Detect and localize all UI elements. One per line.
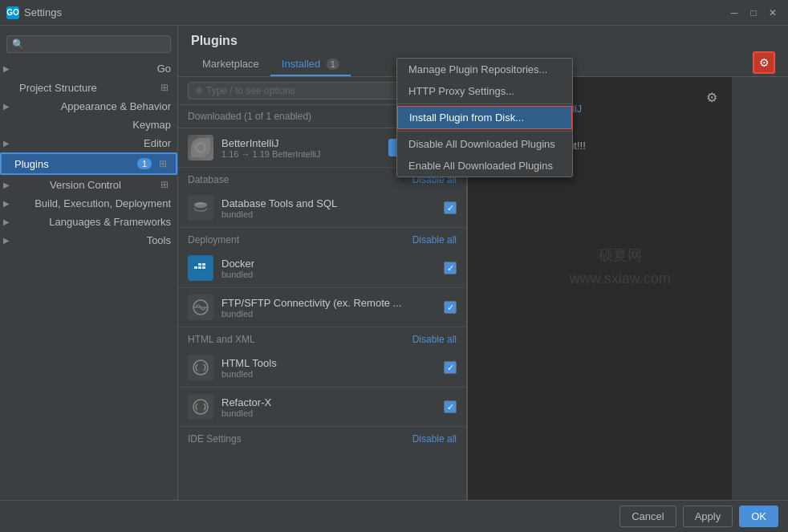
dropdown-divider-2 (397, 131, 572, 132)
tab-installed[interactable]: Installed 1 (270, 53, 351, 76)
sidebar-search[interactable]: 🔍 (6, 35, 171, 53)
search-icon-small: ⊕ (195, 85, 203, 96)
sidebar-item-tools[interactable]: ▶ Tools (0, 231, 177, 250)
sidebar-item-editor[interactable]: ▶ Editor (0, 134, 177, 152)
database-icon (188, 195, 213, 221)
ftp-icon (188, 294, 213, 320)
sidebar-item-build[interactable]: ▶ Build, Execution, Deployment (0, 194, 177, 213)
sidebar-item-right: ⊞ (158, 81, 171, 94)
sidebar: 🔍 ▶ Go Project Structure ⊞ ▶ Appearance … (0, 26, 178, 500)
search-placeholder-text: Type / to see options (206, 85, 295, 96)
expand-arrow-appearance: ▶ (3, 102, 10, 111)
app-icon: GO (6, 6, 19, 19)
expand-arrow-vc: ▶ (3, 181, 10, 189)
tab-marketplace[interactable]: Marketplace (191, 53, 270, 76)
plugin-item-database[interactable]: Database Tools and SQL bundled ✓ (178, 189, 466, 228)
apply-button[interactable]: Apply (683, 506, 733, 527)
expand-arrow-languages: ▶ (3, 217, 10, 226)
search-icon: 🔍 (12, 39, 24, 50)
disable-all-html[interactable]: Disable all (412, 334, 457, 345)
svg-rect-2 (194, 266, 197, 269)
right-gear-button[interactable]: ⚙ (701, 87, 722, 108)
deployment-label: Deployment (188, 234, 239, 246)
dropdown-item-install-disk[interactable]: Install Plugin from Disk... (397, 106, 572, 129)
plugin-sub-html-tools: bundled (221, 369, 436, 379)
plugin-name-html-tools: HTML Tools (221, 357, 436, 369)
plugin-info-html-tools: HTML Tools bundled (221, 357, 436, 379)
dropdown-item-manage-repos[interactable]: Manage Plugin Repositories... (397, 59, 572, 80)
sidebar-label-languages: Languages & Frameworks (49, 216, 171, 228)
sidebar-label-project-structure: Project Structure (19, 82, 97, 94)
plugin-info-ftp: FTP/SFTP Connectivity (ex. Remote ... bu… (221, 297, 436, 319)
project-structure-icon: ⊞ (158, 81, 171, 94)
dropdown-item-http-proxy[interactable]: HTTP Proxy Settings... (397, 80, 572, 102)
ide-label: IDE Settings (188, 433, 242, 445)
vc-right: ⊞ (158, 178, 171, 191)
main-container: 🔍 ▶ Go Project Structure ⊞ ▶ Appearance … (0, 26, 788, 500)
ok-button[interactable]: OK (739, 506, 778, 527)
sidebar-item-languages[interactable]: ▶ Languages & Frameworks (0, 213, 177, 231)
maximize-button[interactable]: □ (745, 4, 762, 22)
plugin-item-refactor-x[interactable]: Refactor-X bundled ✓ (178, 388, 466, 427)
plugin-sub-ftp: bundled (221, 309, 436, 319)
plugin-name-ftp: FTP/SFTP Connectivity (ex. Remote ... (221, 297, 436, 309)
disable-all-ide[interactable]: Disable all (412, 433, 457, 445)
plugin-sub-refactor-x: bundled (221, 408, 436, 418)
sidebar-label-editor: Editor (144, 137, 171, 149)
tabs-area: Marketplace Installed 1 (191, 53, 351, 76)
sidebar-label-plugins: Plugins (14, 158, 49, 170)
plugin-name-docker: Docker (221, 258, 436, 270)
cancel-button[interactable]: Cancel (619, 506, 676, 527)
plugins-badge: 1 (137, 158, 152, 169)
svg-point-0 (193, 140, 209, 156)
dropdown-item-disable-downloaded[interactable]: Disable All Downloaded Plugins (397, 133, 572, 155)
plugin-info-docker: Docker bundled (221, 258, 436, 279)
database-label: Database (188, 174, 229, 185)
expand-arrow-editor: ▶ (3, 139, 10, 148)
gear-button[interactable]: ⚙ (753, 51, 775, 74)
plugin-item-ftp[interactable]: FTP/SFTP Connectivity (ex. Remote ... bu… (178, 288, 466, 327)
close-button[interactable]: ✕ (764, 4, 782, 22)
sidebar-item-appearance[interactable]: ▶ Appearance & Behavior (0, 97, 177, 116)
sidebar-item-plugins[interactable]: Plugins 1 ⊞ (0, 152, 177, 175)
checkbox-html-tools[interactable]: ✓ (444, 361, 457, 374)
checkbox-ftp[interactable]: ✓ (444, 301, 457, 314)
plugin-item-html-tools[interactable]: HTML Tools bundled ✓ (178, 348, 466, 388)
disable-all-deployment[interactable]: Disable all (412, 234, 457, 246)
sidebar-item-project-structure[interactable]: Project Structure ⊞ (0, 78, 177, 97)
sidebar-label-vc: Version Control (50, 179, 121, 191)
expand-arrow-tools: ▶ (3, 236, 10, 245)
plugin-item-docker[interactable]: Docker bundled ✓ (178, 249, 466, 288)
title-bar-left: GO Settings (6, 6, 62, 19)
sidebar-item-keymap[interactable]: Keymap (0, 116, 177, 134)
section-header-ide: IDE Settings Disable all (178, 427, 466, 448)
plugin-sub-betterintellij: 1.16 → 1.19 BetterIntelliJ (221, 149, 380, 159)
plugin-info-database: Database Tools and SQL bundled (221, 197, 436, 219)
checkbox-docker[interactable]: ✓ (444, 262, 457, 274)
html-tools-icon (188, 355, 213, 380)
sidebar-label-go: Go (157, 63, 171, 75)
checkbox-refactor-x[interactable]: ✓ (444, 400, 457, 413)
svg-rect-4 (202, 266, 205, 269)
window-controls: ─ □ ✕ (725, 4, 782, 22)
plugins-settings-icon: ⊞ (156, 157, 169, 170)
page-title: Plugins (191, 34, 775, 48)
plugin-name-refactor-x: Refactor-X (221, 396, 436, 408)
plugin-info-refactor-x: Refactor-X bundled (221, 396, 436, 418)
minimize-button[interactable]: ─ (725, 4, 743, 22)
sidebar-item-go[interactable]: ▶ Go (0, 59, 177, 78)
dropdown-divider (397, 104, 572, 104)
plugin-sub-database: bundled (221, 209, 436, 219)
checkbox-database[interactable]: ✓ (444, 201, 457, 214)
dropdown-menu: Manage Plugin Repositories... HTTP Proxy… (396, 58, 573, 177)
plugin-name-betterintellij: BetterIntelliJ (221, 137, 380, 149)
dropdown-item-enable-downloaded[interactable]: Enable All Downloaded Plugins (397, 155, 572, 177)
bottom-bar: Cancel Apply OK (0, 500, 788, 532)
sidebar-item-version-control[interactable]: ▶ Version Control ⊞ (0, 175, 177, 194)
sidebar-label-build: Build, Execution, Deployment (35, 197, 171, 209)
section-header-deployment: Deployment Disable all (178, 228, 466, 249)
vc-icon: ⊞ (158, 178, 171, 191)
refactor-x-icon (188, 394, 213, 420)
sidebar-label-keymap: Keymap (132, 119, 171, 131)
plugin-info-betterintellij: BetterIntelliJ 1.16 → 1.19 BetterIntelli… (221, 137, 380, 159)
